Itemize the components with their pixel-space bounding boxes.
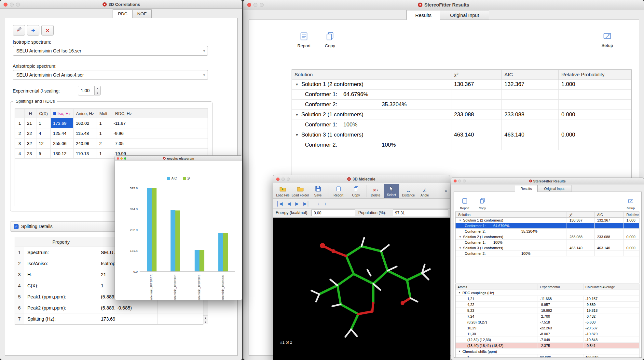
tab-noe[interactable]: NOE	[133, 9, 152, 18]
solution-row[interactable]: ▼Solution 1 (2 conformers)130.367132.367…	[456, 218, 639, 223]
solution-row[interactable]: ▼Solution 3 (1 conformers)463.140463.140…	[292, 130, 631, 140]
solutions-table[interactable]: Solutionχ²AICRelative Probability▼Soluti…	[455, 211, 639, 283]
column-header[interactable]: Aniso, Hz	[74, 109, 97, 118]
atoms-data-row[interactable]: 1,21-11.668-10.157	[456, 296, 639, 302]
conformer-row[interactable]: Conformer 1:64.6796%	[456, 223, 639, 229]
solution-row[interactable]: ▼Solution 3 (1 conformers)463.140463.140…	[456, 245, 639, 251]
column-header[interactable]: AIC	[595, 212, 624, 217]
column-header[interactable]	[15, 237, 24, 247]
cell-cx[interactable]: 5	[36, 149, 51, 158]
tab-results[interactable]: Results	[406, 10, 440, 20]
solution-row[interactable]: ▼Solution 1 (2 conformers)130.367132.367…	[292, 79, 631, 90]
disclosure-triangle-icon[interactable]: ▼	[459, 219, 461, 222]
column-header[interactable]: AIC	[502, 70, 559, 79]
atoms-data-row[interactable]: (12,32) (12,33)-7.049-10.843	[456, 337, 639, 343]
conformer-row[interactable]: Conformer 2:35.3204%	[456, 229, 639, 234]
cell-h[interactable]: 22	[25, 128, 36, 138]
column-header[interactable]: Solution	[292, 70, 451, 79]
cell-aniso[interactable]: 115.48	[74, 128, 97, 138]
solutions-table[interactable]: Solutionχ²AICRelative Probability▼Soluti…	[292, 69, 632, 180]
atoms-table[interactable]: AtomsExperimentalCalculated Average▼RDC …	[455, 284, 639, 358]
last-frame-icon[interactable]: ▶│	[303, 201, 310, 206]
bar-chi2[interactable]	[199, 250, 204, 271]
disclosure-triangle-icon[interactable]: ▼	[295, 82, 299, 86]
stepper-up-icon[interactable]: ▲	[95, 86, 100, 91]
minimize-button[interactable]	[10, 3, 14, 7]
tab-results[interactable]: Results	[515, 185, 538, 192]
solution-row[interactable]: ▼Solution 2 (1 conformers)233.088233.088…	[456, 234, 639, 240]
zoom-button[interactable]	[16, 3, 20, 7]
atoms-data-row[interactable]: 193.686100.910	[456, 354, 639, 358]
close-button[interactable]	[247, 3, 251, 7]
column-header[interactable]: Mult.	[97, 109, 111, 118]
column-header[interactable]: χ²	[451, 70, 502, 79]
cell-mult[interactable]: 2	[97, 138, 111, 148]
conformer-row[interactable]: Conformer 2:100%	[292, 140, 631, 150]
cell-rdc[interactable]: -9.96	[111, 128, 136, 138]
report-button[interactable]: Report	[330, 184, 347, 198]
cell-aniso[interactable]: 162.02	[74, 118, 97, 128]
cell-iso[interactable]: 255.06	[51, 138, 74, 148]
close-button[interactable]	[276, 178, 280, 181]
titlebar[interactable]: 3D Molecule	[273, 175, 450, 183]
atoms-data-row[interactable]: (8,26) (8,27)-7.518-5.638	[456, 319, 639, 325]
cell-n[interactable]: 3	[15, 138, 25, 148]
load-file-button[interactable]: Load File	[274, 184, 291, 198]
splittings-row[interactable]: 1211173.69162.021-11.67	[15, 118, 208, 128]
column-header[interactable]: Experimental	[538, 284, 583, 290]
setup-button[interactable]: Setup	[596, 29, 619, 50]
cell-n[interactable]: 2	[15, 128, 25, 138]
titlebar[interactable]: Results Histogram	[115, 156, 242, 161]
property-row[interactable]: 7Splitting (Hz):173.69	[15, 313, 203, 324]
stepper-down-icon[interactable]: ▼	[95, 91, 100, 95]
column-header[interactable]: RDC, Hz	[111, 109, 136, 118]
scroll-down-icon[interactable]: ▼	[203, 320, 208, 324]
splittings-row[interactable]: 2224125.44115.481-9.96	[15, 128, 208, 138]
conformer-row[interactable]: Conformer 2:35.3204%	[292, 100, 631, 110]
anisotropic-spectrum-select[interactable]: SELU Artemisinin Gel Aniso.4.ser ▾	[13, 70, 208, 80]
column-header[interactable]: Property	[24, 237, 98, 247]
save-button[interactable]: Save	[309, 184, 326, 198]
splittings-row[interactable]: 33212255.06240.962-7.05	[15, 138, 208, 149]
column-header[interactable]: Calculated Average	[583, 284, 639, 290]
cell-n[interactable]: 1	[15, 118, 25, 128]
atoms-data-row[interactable]: 5,23-19.992-19.818	[456, 308, 639, 313]
atoms-data-row[interactable]: 10,29-22.263-20.537	[456, 325, 639, 331]
cell-iso[interactable]: 173.69	[51, 118, 74, 128]
cell-mult[interactable]: 1	[97, 149, 111, 158]
minimize-button[interactable]	[253, 3, 257, 7]
close-button[interactable]	[4, 3, 7, 7]
atoms-data-row[interactable]: (18,40) (18,41) (18,42)-2.375-0.541	[456, 343, 639, 349]
cell-h[interactable]: 23	[25, 149, 36, 158]
molecule-3d-canvas[interactable]: #1 of 2	[273, 218, 450, 360]
delete-button[interactable]: ×▾ Delete	[368, 184, 383, 198]
atoms-data-row[interactable]: 4,22-9.957-9.359	[456, 302, 639, 308]
conformer-row[interactable]: Conformer 1:64.6796%	[292, 90, 631, 100]
column-header[interactable]: χ²	[567, 212, 595, 217]
copy-button[interactable]: Copy	[474, 194, 490, 210]
report-button[interactable]: Report	[293, 29, 315, 50]
down-arrow-icon[interactable]: ↓	[318, 201, 320, 206]
tab-original-input[interactable]: Original Input	[538, 185, 571, 192]
close-button[interactable]	[454, 180, 457, 182]
column-header[interactable]: H	[25, 109, 36, 118]
cell-rdc[interactable]: -11.67	[111, 118, 136, 128]
toolbar-overflow-button[interactable]: »	[443, 188, 448, 193]
energy-input[interactable]: 0.00	[311, 209, 355, 216]
zoom-button[interactable]	[124, 157, 126, 160]
column-header[interactable]	[15, 109, 25, 118]
minimize-button[interactable]	[458, 180, 461, 182]
cell-h[interactable]: 32	[25, 138, 36, 148]
cell-cx[interactable]: 1	[36, 118, 51, 128]
disclosure-triangle-icon[interactable]: ▼	[295, 113, 299, 117]
cell-mult[interactable]: 1	[97, 128, 111, 138]
cell-n[interactable]: 4	[15, 149, 25, 158]
report-button[interactable]: Report	[457, 194, 473, 210]
load-folder-button[interactable]: Load Folder	[292, 184, 309, 198]
cell-iso[interactable]: 130.12	[51, 149, 74, 158]
zoom-button[interactable]	[287, 178, 290, 181]
minimize-button[interactable]	[120, 157, 123, 160]
column-header[interactable]: Iso, Hz	[51, 109, 74, 118]
bar-aic[interactable]	[218, 233, 223, 271]
disclosure-triangle-icon[interactable]: ▼	[458, 291, 461, 294]
